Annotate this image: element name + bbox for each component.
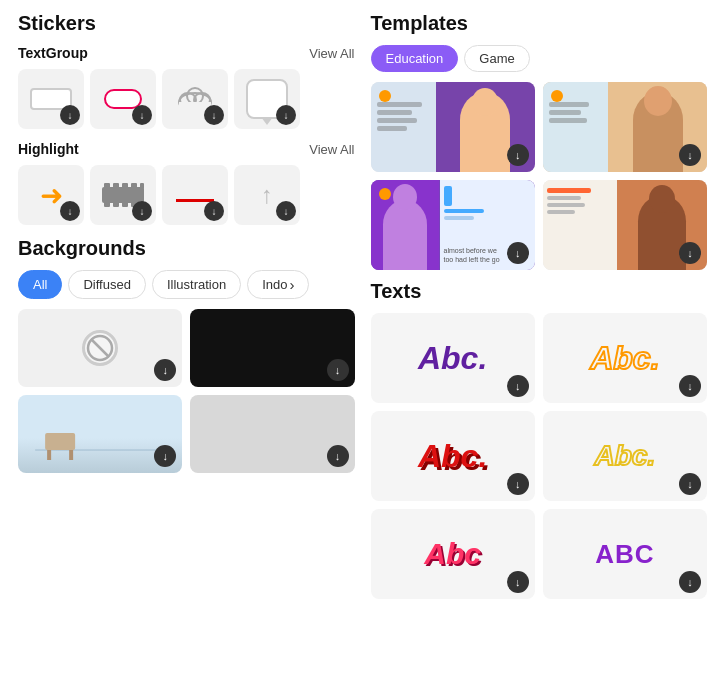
textgroup-row: ↓ ↓ ↓ ↓ [18,69,355,129]
tmpl1-line3 [377,118,417,123]
bg-gray-light[interactable]: ↓ [190,395,354,473]
svg-rect-13 [122,201,128,207]
up-arrow-shape: ↑ [261,181,273,209]
abc-orange-label: Abc. [590,340,659,377]
texts-title: Texts [371,280,708,303]
tmpl3-dot [379,188,391,200]
text-red-download[interactable]: ↓ [507,473,529,495]
stickers-title: Stickers [18,12,355,35]
text-purple-download[interactable]: ↓ [507,375,529,397]
sticker-speech-download[interactable]: ↓ [276,105,296,125]
sticker-rounded-download[interactable]: ↓ [132,105,152,125]
backgrounds-title: Backgrounds [18,237,355,260]
text-item-yellow[interactable]: Abc. ↓ [543,411,707,501]
template-3-download[interactable]: ↓ [507,242,529,264]
svg-rect-20 [47,450,51,460]
sticker-underline-download[interactable]: ↓ [204,201,224,221]
backgrounds-grid: ↓ ↓ ↓ [18,309,355,473]
sticker-arrow[interactable]: ➜ ↓ [18,165,84,225]
tmpl1-text-lines [377,102,422,131]
texts-grid: Abc. ↓ Abc. ↓ Abc. ↓ Abc. ↓ Abc ↓ [371,313,708,599]
bg-filter-illustration[interactable]: Illustration [152,270,241,299]
template-3[interactable]: almost before we too had left the go ↓ [371,180,535,270]
text-item-purple[interactable]: Abc. ↓ [371,313,535,403]
svg-rect-6 [104,183,110,189]
templates-section: Templates Education Game [371,12,708,270]
tmpl2-line1 [549,102,589,107]
tmpl3-person [383,200,427,270]
bg-filter-diffused[interactable]: Diffused [68,270,145,299]
textgroup-view-all[interactable]: View All [309,46,354,61]
sticker-arrow-download[interactable]: ↓ [60,201,80,221]
textgroup-label: TextGroup [18,45,88,61]
tmpl2-text-lines [549,102,589,123]
text-purplecaps-download[interactable]: ↓ [679,571,701,593]
template-4-download[interactable]: ↓ [679,242,701,264]
template-1-download[interactable]: ↓ [507,144,529,166]
text-yellow-download[interactable]: ↓ [679,473,701,495]
text-item-purple-caps[interactable]: ABC ↓ [543,509,707,599]
tmpl3-text: almost before we too had left the go [444,246,500,264]
svg-rect-10 [140,183,144,189]
tmpl1-line1 [377,102,422,107]
text-item-red[interactable]: Abc. ↓ [371,411,535,501]
highlight-view-all[interactable]: View All [309,142,354,157]
highlight-header: Highlight View All [18,141,355,157]
template-4[interactable]: ↓ [543,180,707,270]
bg-filter-all[interactable]: All [18,270,62,299]
none-icon [82,330,118,366]
tmpl1-line2 [377,110,412,115]
bg-room[interactable]: ↓ [18,395,182,473]
arrow-shape: ➜ [40,179,63,212]
chevron-right-icon: › [289,276,294,293]
right-column: Templates Education Game [363,12,716,615]
sticker-filmstrip[interactable]: ↓ [90,165,156,225]
bg-dark-download[interactable]: ↓ [327,359,349,381]
text-orange-download[interactable]: ↓ [679,375,701,397]
svg-rect-12 [113,201,119,207]
template-1[interactable]: ↓ [371,82,535,172]
sticker-cloud-download[interactable]: ↓ [204,105,224,125]
tmpl2-line3 [549,118,587,123]
highlight-label: Highlight [18,141,79,157]
sticker-filmstrip-download[interactable]: ↓ [132,201,152,221]
tmpl1-line4 [377,126,407,131]
left-column: Stickers TextGroup View All ↓ ↓ [10,12,363,615]
sticker-rounded-rect[interactable]: ↓ [90,69,156,129]
text-item-pink[interactable]: Abc ↓ [371,509,535,599]
abc-purple-label: Abc. [418,340,487,377]
template-2[interactable]: ↓ [543,82,707,172]
sticker-underline[interactable]: ↓ [162,165,228,225]
bg-gray-download[interactable]: ↓ [327,445,349,467]
tmpl4-left [543,180,617,270]
bg-none-download[interactable]: ↓ [154,359,176,381]
tmpl4-lines [547,188,591,214]
abc-red-label: Abc. [418,438,487,475]
template-2-download[interactable]: ↓ [679,144,701,166]
sticker-speech-bubble[interactable]: ↓ [234,69,300,129]
sticker-rect[interactable]: ↓ [18,69,84,129]
bg-filter-indo[interactable]: Indo › [247,270,309,299]
bg-none[interactable]: ↓ [18,309,182,387]
bg-dark[interactable]: ↓ [190,309,354,387]
backgrounds-section: Backgrounds All Diffused Illustration In… [18,237,355,473]
tmpl-filter-game[interactable]: Game [464,45,529,72]
tmpl2-orange-dot [551,90,563,102]
svg-rect-8 [122,183,128,189]
tmpl2-line2 [549,110,581,115]
abc-pink-label: Abc [424,537,481,571]
stickers-section: Stickers TextGroup View All ↓ ↓ [18,12,355,225]
texts-section: Texts Abc. ↓ Abc. ↓ Abc. ↓ Abc. ↓ [371,280,708,599]
sticker-up-arrow[interactable]: ↑ ↓ [234,165,300,225]
sticker-up-arrow-download[interactable]: ↓ [276,201,296,221]
text-item-orange-outline[interactable]: Abc. ↓ [543,313,707,403]
abc-purplecaps-label: ABC [595,539,654,570]
tmpl-filter-education[interactable]: Education [371,45,459,72]
templates-title: Templates [371,12,708,35]
sticker-cloud[interactable]: ↓ [162,69,228,129]
text-pink-download[interactable]: ↓ [507,571,529,593]
tmpl1-orange-dot [379,90,391,102]
sticker-rect-download[interactable]: ↓ [60,105,80,125]
tmpl3-ui [444,186,484,220]
svg-rect-19 [45,433,75,450]
